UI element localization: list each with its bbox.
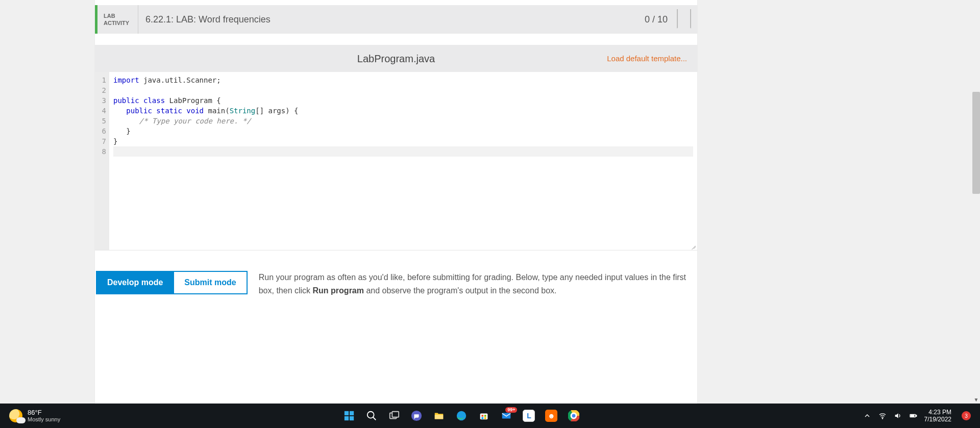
page-scrollbar[interactable]: ▼ <box>972 0 980 404</box>
taskbar-clock[interactable]: 4:23 PM 7/19/2022 <box>924 409 954 423</box>
line-number: 1 <box>100 75 106 85</box>
resize-handle-icon[interactable] <box>690 243 696 249</box>
code-line[interactable]: import java.util.Scanner; <box>113 75 693 85</box>
line-number: 4 <box>100 106 106 116</box>
code-line[interactable]: public class LabProgram { <box>113 95 693 106</box>
lab-activity-label: LAB ACTIVITY <box>97 5 138 34</box>
search-icon[interactable] <box>365 409 378 422</box>
volume-icon[interactable] <box>894 412 902 420</box>
line-number: 2 <box>100 85 106 95</box>
ribbon-icon <box>677 9 691 29</box>
load-template-link[interactable]: Load default template... <box>607 54 687 63</box>
svg-rect-13 <box>484 415 486 417</box>
svg-rect-1 <box>350 411 354 415</box>
scroll-down-icon[interactable]: ▼ <box>972 396 980 404</box>
svg-rect-25 <box>916 415 916 417</box>
svg-rect-16 <box>502 413 511 419</box>
clock-date: 7/19/2022 <box>924 416 951 423</box>
windows-taskbar: 86°F Mostly sunny 99+ L <box>0 404 980 428</box>
task-view-icon[interactable] <box>387 409 401 422</box>
svg-rect-3 <box>350 416 354 420</box>
code-line[interactable] <box>113 146 693 157</box>
line-number: 8 <box>100 146 106 157</box>
editor-gutter: 12345678 <box>95 72 109 250</box>
svg-rect-11 <box>480 413 488 419</box>
editor-code-area[interactable]: import java.util.Scanner; public class L… <box>109 72 697 250</box>
wifi-icon[interactable] <box>878 412 887 420</box>
line-number: 3 <box>100 95 106 106</box>
mail-badge: 99+ <box>505 407 517 413</box>
mode-description: Run your program as often as you'd like,… <box>259 271 696 298</box>
app-orange-icon[interactable]: ☻ <box>545 409 558 422</box>
system-tray: 4:23 PM 7/19/2022 3 <box>863 409 980 423</box>
submit-mode-button[interactable]: Submit mode <box>174 271 247 294</box>
chat-icon[interactable] <box>410 409 423 422</box>
line-number: 6 <box>100 126 106 136</box>
mail-icon[interactable]: 99+ <box>500 409 513 422</box>
label-bottom: ACTIVITY <box>104 19 138 27</box>
app-l-icon[interactable]: L <box>522 409 535 422</box>
store-icon[interactable] <box>477 409 491 422</box>
svg-rect-15 <box>484 417 486 419</box>
scrollbar-thumb[interactable] <box>972 92 980 194</box>
svg-rect-26 <box>911 415 914 417</box>
edge-icon[interactable] <box>455 409 468 422</box>
code-line[interactable]: /* Type your code here. */ <box>113 116 693 126</box>
notification-badge[interactable]: 3 <box>962 411 971 420</box>
desc-bold: Run program <box>313 286 364 295</box>
weather-temp: 86°F <box>28 409 60 417</box>
clock-time: 4:23 PM <box>928 409 951 416</box>
file-explorer-icon[interactable] <box>432 409 446 422</box>
chrome-icon[interactable] <box>567 409 580 422</box>
label-top: LAB <box>104 12 138 19</box>
svg-line-5 <box>373 417 376 420</box>
svg-point-23 <box>882 418 883 419</box>
svg-rect-7 <box>393 412 399 417</box>
mode-toggle: Develop mode Submit mode <box>96 271 248 294</box>
weather-icon <box>9 409 22 422</box>
taskbar-weather[interactable]: 86°F Mostly sunny <box>0 409 60 423</box>
svg-rect-2 <box>345 416 349 420</box>
desc-post: and observe the program's output in the … <box>364 286 557 295</box>
code-line[interactable]: } <box>113 126 693 136</box>
svg-rect-12 <box>482 415 484 417</box>
svg-rect-9 <box>435 415 444 419</box>
svg-rect-0 <box>345 411 349 415</box>
lab-score: 0 / 10 <box>645 5 675 34</box>
svg-rect-14 <box>482 417 484 419</box>
develop-mode-button[interactable]: Develop mode <box>96 271 174 294</box>
battery-icon[interactable] <box>909 412 917 420</box>
code-line[interactable] <box>113 85 693 95</box>
file-bar: LabProgram.java Load default template... <box>95 45 697 72</box>
svg-point-4 <box>368 412 374 418</box>
tray-chevron-icon[interactable] <box>863 412 871 420</box>
mode-row: Develop mode Submit mode Run your progra… <box>95 271 697 298</box>
taskbar-center: 99+ L ☻ <box>60 409 863 422</box>
start-icon[interactable] <box>342 409 356 422</box>
lab-header: LAB ACTIVITY 6.22.1: LAB: Word frequenci… <box>95 5 697 34</box>
code-line[interactable]: } <box>113 136 693 146</box>
code-line[interactable]: public static void main(String[] args) { <box>113 106 693 116</box>
code-editor[interactable]: 12345678 import java.util.Scanner; publi… <box>95 72 697 250</box>
weather-condition: Mostly sunny <box>28 416 60 423</box>
file-name: LabProgram.java <box>357 53 435 65</box>
lab-title: 6.22.1: LAB: Word frequencies <box>138 5 645 34</box>
line-number: 5 <box>100 116 106 126</box>
line-number: 7 <box>100 136 106 146</box>
